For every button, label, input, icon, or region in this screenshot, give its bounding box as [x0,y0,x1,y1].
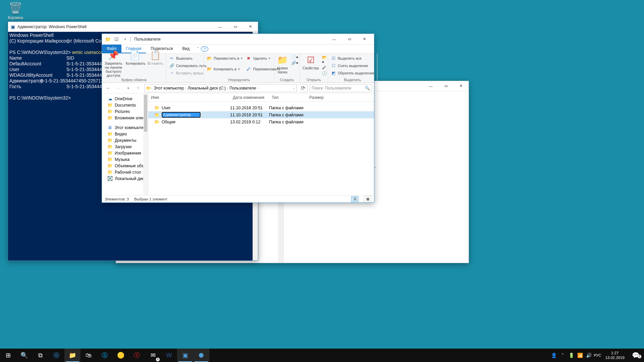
file-row[interactable]: 📁User 11.10.2018 20:51 Папка с файлами [148,104,374,111]
selectnone-icon: ☐ [331,63,336,68]
file-row-selected[interactable]: 📁 11.10.2018 20:51 Папка с файлами [148,111,374,118]
edit-icon[interactable]: 🖉 [322,65,327,70]
minimize-button[interactable]: — [423,81,438,91]
copypath-button[interactable]: 🔗Скопировать путь [169,62,207,69]
minimize-button[interactable]: — [327,34,342,44]
wifi-icon[interactable]: 📶 [576,353,584,358]
pin-button[interactable]: 📌Закрепить на панели быстрого доступа [105,50,122,77]
icons-view-button[interactable]: ▦ [364,196,371,202]
recycle-bin-label: Корзина [8,15,23,20]
copy-button[interactable]: 📄Копировать [126,50,144,65]
paste-button[interactable]: 📋Вставить [147,50,163,65]
nav-video[interactable]: 📁Видео [102,131,148,137]
notifications-button[interactable]: 💬2 [629,352,643,359]
checkbox-icon[interactable]: ☑ [113,36,120,43]
newfolder-button[interactable]: 📁Новая папка [277,55,288,74]
cut-button[interactable]: ✂Вырезать [169,55,207,62]
maximize-button[interactable]: ▭ [342,34,357,44]
easyaccess-icon[interactable]: 🔗▾ [291,61,298,65]
details-view-button[interactable]: ☰ [351,196,359,202]
qat-dropdown-icon[interactable]: ▾ [121,36,129,43]
pastelink-button[interactable]: ↗Вставить ярлык [169,70,207,76]
col-size[interactable]: Размер [307,95,374,100]
nav-attachments[interactable]: 📁Вложения элект [102,115,148,121]
properties-button[interactable]: ☑Свойства [303,55,319,70]
explorer-button[interactable]: 📁 [64,349,80,362]
search-button[interactable]: 🔍 [16,349,32,362]
search-input[interactable]: Поиск: Пользователи 🔍 [310,84,372,92]
people-icon[interactable]: 👤 [550,353,557,358]
col-type[interactable]: Тип [269,95,307,100]
status-bar: Элементов: 3 Выбран 1 элемент ☰ ▦ [102,195,374,202]
nav-documents[interactable]: 📁Documents [102,102,148,108]
volume-icon[interactable]: 🔊 [585,353,592,358]
language-indicator[interactable]: РУС [594,353,601,357]
column-headers[interactable]: Имя Дата изменения Тип Размер [148,94,374,102]
nav-downloads[interactable]: 📁Загрузки [102,143,148,150]
file-list[interactable]: Имя Дата изменения Тип Размер 📁User 11.1… [148,94,374,195]
history-icon[interactable]: 🕘 [322,71,327,76]
col-date[interactable]: Дата изменения [230,95,269,100]
breadcrumb-segment[interactable]: Пользователи [228,86,257,90]
clock[interactable]: 1:27 13.02.2019 [602,351,627,360]
nav-pane[interactable]: ☁OneDrive 📁Documents 📁Pictures 📁Вложения… [102,94,148,195]
powershell-button[interactable]: ▣ [177,349,193,362]
copyto-button[interactable]: 📂Копировать в▾ [207,66,243,72]
close-button[interactable]: ✕ [357,34,372,44]
selectnone-button[interactable]: ☐Снять выделение [331,62,374,69]
breadcrumb[interactable]: 📁 › Этот компьютер› Локальный диск (C:)›… [144,84,297,92]
help-icon[interactable]: ? [201,46,208,52]
maximize-button[interactable]: ▭ [438,81,453,91]
dropdown-icon[interactable]: ⌄ [292,86,295,90]
store-button[interactable]: 🛍 [80,349,97,362]
selectall-button[interactable]: ☑Выделить все [331,55,374,62]
recycle-bin[interactable]: 🗑️ Корзина [3,1,28,20]
nav-3d[interactable]: 📁Объемные объ [102,163,148,169]
breadcrumb-segment[interactable]: Этот компьютер [153,86,185,90]
rename-input[interactable] [162,112,201,118]
edge-button[interactable]: ⓔ [48,349,64,362]
file-row[interactable]: 📁Общие 13.02.2019 0:12 Папка с файлами [148,118,374,125]
folder-icon: 📁 [107,103,113,108]
battery-icon[interactable]: 🔋 [568,353,575,358]
col-name[interactable]: Имя [148,95,230,100]
skype-button[interactable]: Ⓢ [97,349,113,362]
refresh-button[interactable]: ⟳ [299,84,308,92]
recent-button[interactable]: ▾ [124,84,132,92]
word-button[interactable]: W [161,349,177,362]
ribbon-collapse-icon[interactable]: ˄ [194,45,201,53]
close-button[interactable]: ✕ [453,81,469,91]
close-button[interactable]: ✕ [243,22,258,32]
scrollbar[interactable] [143,94,148,195]
nav-localdisk[interactable]: 💽Локальный диск [102,175,148,182]
open-icon[interactable]: 📂▾ [322,55,327,64]
invert-button[interactable]: ◩Обратить выделение [331,70,374,76]
moveto-button[interactable]: 📂Переместить в▾ [207,55,243,62]
nav-docs[interactable]: 📁Документы [102,137,148,143]
tray-expand-icon[interactable]: ˄ [559,353,566,358]
system-tray: 👤 ˄ 🔋 📶 🔊 РУС 1:27 13.02.2019 💬2 [550,349,644,362]
forward-button[interactable]: → [114,84,122,92]
chrome-button[interactable]: 🟡 [113,349,129,362]
nav-onedrive[interactable]: ☁OneDrive [102,96,148,102]
mail-button[interactable]: ✉8 [145,349,161,362]
taskview-button[interactable]: ⧉ [32,349,48,362]
folder-icon: 📁 [107,138,113,143]
nav-music[interactable]: 📁Музыка [102,156,148,163]
start-button[interactable]: ⊞ [0,349,16,362]
selectall-icon: ☑ [331,56,336,61]
minimize-button[interactable]: — [213,22,228,32]
nav-pictures[interactable]: 📁Pictures [102,108,148,115]
breadcrumb-segment[interactable]: Локальный диск (C:) [186,86,227,90]
up-button[interactable]: ↑ [134,84,142,92]
nav-thispc[interactable]: 🖥Этот компьютер [102,124,148,131]
nav-desktop[interactable]: 📁Рабочий стол [102,169,148,175]
titlebar[interactable]: ▣ Администратор: Windows PowerShell — ▭ … [8,22,258,32]
yandex-button[interactable]: Ⓨ [129,349,145,362]
regedit-button[interactable]: ⬢ [193,349,209,362]
nav-images[interactable]: 📁Изображения [102,150,148,156]
back-button[interactable]: ← [104,84,112,92]
tab-view[interactable]: Вид [177,45,194,53]
maximize-button[interactable]: ▭ [228,22,243,32]
newitem-icon[interactable]: 📄▾ [291,55,298,60]
